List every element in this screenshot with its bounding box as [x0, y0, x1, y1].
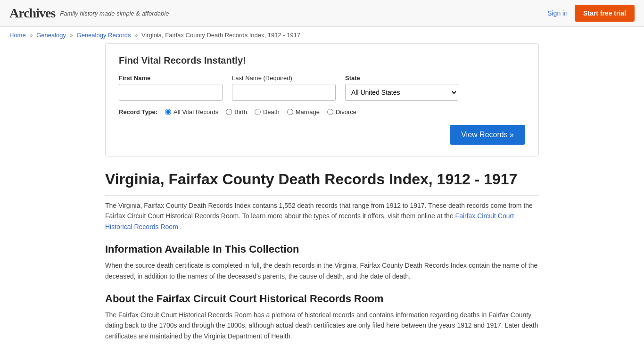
site-logo: Archives [9, 6, 55, 21]
sign-in-link[interactable]: Sign in [547, 9, 568, 17]
first-name-input[interactable] [119, 84, 223, 101]
state-select[interactable]: All United StatesAlabamaAlaskaArizonaArk… [345, 84, 458, 101]
record-type-marriage[interactable]: Marriage [287, 108, 320, 115]
record-type-all[interactable]: All Vital Records [165, 108, 218, 115]
first-name-group: First Name [119, 74, 223, 101]
radio-death[interactable] [255, 109, 261, 115]
search-actions: View Records » [119, 125, 525, 145]
section1-paragraph: When the source death certificate is com… [105, 260, 539, 281]
breadcrumb: Home » Genealogy » Genealogy Records » V… [0, 27, 644, 43]
first-name-label: First Name [119, 74, 223, 82]
record-type-label: Record Type: [119, 108, 157, 115]
search-title: Find Vital Records Instantly! [119, 55, 525, 66]
record-type-row: Record Type: All Vital Records Birth Dea… [119, 108, 525, 115]
page-title: Virginia, Fairfax County Death Records I… [105, 171, 539, 196]
start-trial-button[interactable]: Start free trial [575, 5, 635, 22]
breadcrumb-current: Virginia, Fairfax County Death Records I… [141, 32, 300, 39]
breadcrumb-sep-1: » [29, 32, 33, 39]
header-left: Archives Family history made simple & af… [9, 6, 169, 21]
radio-birth[interactable] [226, 109, 232, 115]
radio-divorce[interactable] [327, 109, 333, 115]
site-tagline: Family history made simple & affordable [60, 10, 169, 17]
breadcrumb-sep-2: » [70, 32, 73, 39]
main-content: Find Vital Records Instantly! First Name… [96, 43, 548, 362]
header-right: Sign in Start free trial [547, 5, 635, 22]
last-name-group: Last Name (Required) [232, 74, 336, 101]
site-header: Archives Family history made simple & af… [0, 0, 644, 27]
record-type-death[interactable]: Death [255, 108, 280, 115]
last-name-input[interactable] [232, 84, 336, 101]
state-group: State All United StatesAlabamaAlaskaAriz… [345, 74, 458, 101]
record-type-divorce[interactable]: Divorce [327, 108, 356, 115]
intro-paragraph: The Virginia, Fairfax County Death Recor… [105, 200, 539, 232]
radio-all[interactable] [165, 109, 171, 115]
search-box: Find Vital Records Instantly! First Name… [105, 43, 539, 156]
radio-marriage[interactable] [287, 109, 293, 115]
section2-heading: About the Fairfax Circuit Court Historic… [105, 293, 539, 305]
section2-paragraph: The Fairfax Circuit Court Historical Rec… [105, 310, 539, 341]
search-fields: First Name Last Name (Required) State Al… [119, 74, 525, 101]
breadcrumb-genealogy[interactable]: Genealogy [36, 32, 66, 39]
section1-heading: Information Available In This Collection [105, 243, 539, 255]
breadcrumb-genealogy-records[interactable]: Genealogy Records [77, 32, 131, 39]
view-records-button[interactable]: View Records » [450, 125, 525, 145]
breadcrumb-home[interactable]: Home [9, 32, 26, 39]
state-label: State [345, 74, 458, 82]
last-name-label: Last Name (Required) [232, 74, 336, 82]
breadcrumb-sep-3: » [134, 32, 138, 39]
record-type-birth[interactable]: Birth [226, 108, 247, 115]
